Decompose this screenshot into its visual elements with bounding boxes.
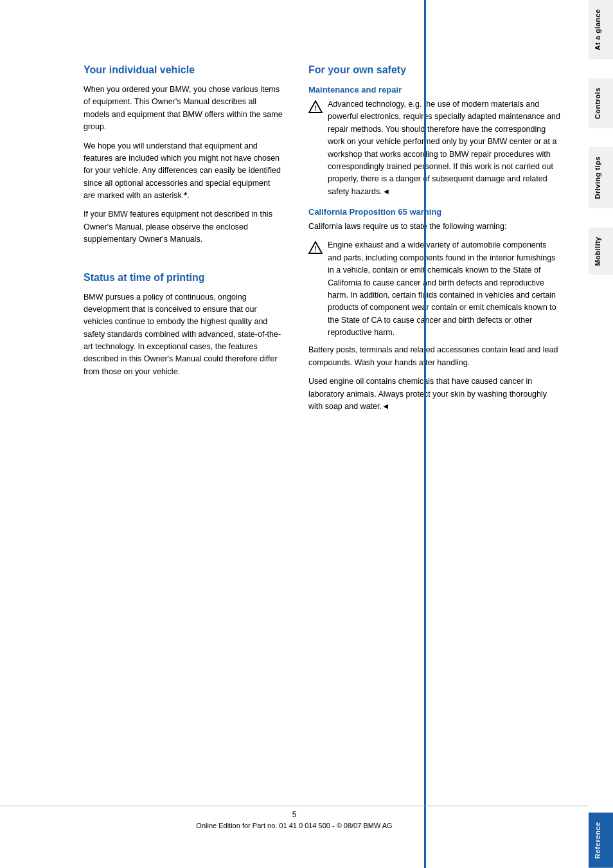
your-individual-vehicle-section: Your individual vehicle When you ordered…: [84, 64, 283, 246]
warning-triangle-icon-1: !: [308, 100, 323, 114]
sidebar-tab-controls-label: Controls: [594, 87, 601, 119]
right-column: For your own safety Maintenance and repa…: [308, 64, 562, 419]
sidebar-tab-driving-tips[interactable]: Driving tips: [589, 147, 613, 208]
sidebar: At a glance Controls Driving tips Mobili…: [589, 0, 613, 868]
your-individual-vehicle-para3: If your BMW features equipment not descr…: [84, 208, 283, 246]
status-at-time-para1: BMW pursues a policy of continuous, ongo…: [84, 291, 283, 379]
maintenance-repair-subtitle: Maintenance and repair: [308, 85, 562, 95]
california-intro-text: California laws require us to state the …: [308, 221, 562, 233]
maintenance-warning-text: Advanced technology, e.g. the use of mod…: [328, 98, 562, 198]
warning-triangle-icon-2: !: [308, 240, 323, 255]
svg-text:!: !: [314, 105, 316, 112]
svg-text:!: !: [314, 246, 316, 253]
status-at-time-title: Status at time of printing: [84, 272, 283, 284]
sidebar-tab-mobility-label: Mobility: [594, 237, 601, 266]
for-your-own-safety-section: For your own safety Maintenance and repa…: [308, 64, 562, 413]
california-warning-text-3: Used engine oil contains chemicals that …: [308, 375, 562, 413]
left-column: Your individual vehicle When you ordered…: [84, 64, 283, 419]
asterisk-symbol: *: [184, 191, 187, 200]
sidebar-tab-reference-label: Reference: [594, 822, 601, 859]
your-individual-vehicle-para2: We hope you will understand that equipme…: [84, 140, 283, 203]
sidebar-tab-driving-tips-label: Driving tips: [594, 156, 601, 199]
california-warning-text-2: Battery posts, terminals and related acc…: [308, 344, 562, 369]
your-individual-vehicle-title: Your individual vehicle: [84, 64, 283, 76]
sidebar-tab-reference[interactable]: Reference: [589, 813, 613, 868]
maintenance-warning-block: ! Advanced technology, e.g. the use of m…: [308, 98, 562, 198]
status-at-time-section: Status at time of printing BMW pursues a…: [84, 272, 283, 379]
sidebar-tab-mobility[interactable]: Mobility: [589, 228, 613, 275]
page-footer: 5 Online Edition for Part no. 01 41 0 01…: [0, 806, 589, 829]
sidebar-tab-at-a-glance-label: At a glance: [594, 9, 601, 50]
for-your-own-safety-title: For your own safety: [308, 64, 562, 76]
california-prop65-subsection: California Proposition 65 warning Califo…: [308, 207, 562, 413]
your-individual-vehicle-para1: When you ordered your BMW, you chose var…: [84, 84, 283, 134]
sidebar-tab-at-a-glance[interactable]: At a glance: [589, 0, 613, 59]
sidebar-tab-controls[interactable]: Controls: [589, 78, 613, 128]
blue-separator: [424, 0, 426, 868]
footer-note: Online Edition for Part no. 01 41 0 014 …: [196, 822, 392, 829]
page-container: Your individual vehicle When you ordered…: [0, 0, 613, 868]
two-column-layout: Your individual vehicle When you ordered…: [84, 64, 562, 419]
california-warning-text-1: Engine exhaust and a wide variety of aut…: [328, 239, 562, 339]
california-warning-block-1: ! Engine exhaust and a wide variety of a…: [308, 239, 562, 339]
california-prop65-subtitle: California Proposition 65 warning: [308, 207, 562, 217]
page-number: 5: [0, 810, 589, 819]
maintenance-repair-subsection: Maintenance and repair ! Advanced techno…: [308, 85, 562, 198]
